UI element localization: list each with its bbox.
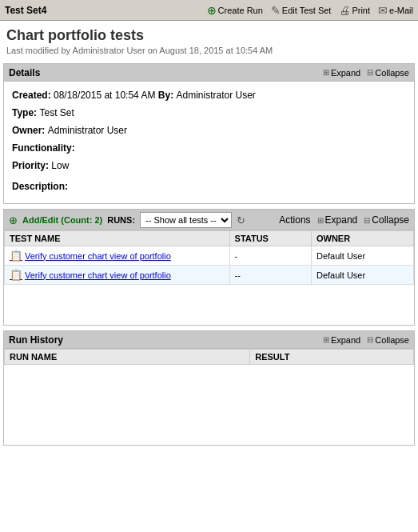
priority-value: Low: [51, 160, 69, 171]
runs-header-left: ⊕ Add/Edit (Count: 2) RUNS: -- Show all …: [9, 212, 274, 228]
top-bar: Test Set4 ⊕ Create Run ✎ Edit Test Set 🖨…: [0, 0, 418, 21]
owner-value: Administrator User: [48, 125, 127, 136]
details-panel-title: Details: [9, 67, 40, 78]
test-file-icon: 📋: [10, 250, 22, 262]
run-history-table: RUN NAME RESULT: [4, 349, 414, 445]
run-history-collapse-icon: ⊟: [367, 335, 373, 344]
col-owner: OWNER: [311, 231, 413, 246]
functionality-label: Functionality:: [12, 142, 75, 154]
owner-cell: Default User: [311, 246, 413, 266]
page-title: Chart portfolio tests: [6, 27, 412, 44]
test-file-icon: 📋: [10, 269, 22, 281]
print-icon: 🖨: [339, 4, 350, 17]
runs-header-right: Actions ⊞ Expand ⊟ Collapse: [279, 214, 409, 226]
run-history-expand-icon: ⊞: [323, 335, 329, 344]
details-collapse-button[interactable]: ⊟ Collapse: [367, 68, 409, 78]
runs-panel-header: ⊕ Add/Edit (Count: 2) RUNS: -- Show all …: [4, 210, 414, 230]
email-button[interactable]: ✉ e-Mail: [378, 4, 413, 17]
status-cell: -: [229, 246, 311, 266]
runs-panel: ⊕ Add/Edit (Count: 2) RUNS: -- Show all …: [3, 209, 415, 326]
description-label: Description:: [12, 181, 68, 192]
runs-label: RUNS:: [107, 215, 135, 225]
tests-table-body: 📋 Verify customer chart view of portfoli…: [5, 246, 414, 285]
add-edit-icon: ⊕: [9, 214, 18, 226]
print-button[interactable]: 🖨 Print: [339, 4, 370, 17]
details-content: Created: 08/18/2015 at 10:54 AM By: Admi…: [4, 82, 414, 203]
email-icon: ✉: [378, 4, 388, 17]
status-cell: --: [229, 266, 311, 285]
collapse-icon: ⊟: [367, 68, 373, 77]
edit-test-set-label: Edit Test Set: [282, 6, 332, 15]
page-title-section: Chart portfolio tests Last modified by A…: [0, 21, 418, 58]
run-history-header-row: RUN NAME RESULT: [5, 350, 414, 365]
type-value: Test Set: [39, 107, 74, 118]
test-name-cell: 📋 Verify customer chart view of portfoli…: [5, 266, 230, 285]
top-bar-actions: ⊕ Create Run ✎ Edit Test Set 🖨 Print ✉ e…: [207, 4, 413, 17]
details-panel-header: Details ⊞ Expand ⊟ Collapse: [4, 64, 414, 82]
type-label: Type:: [12, 107, 39, 118]
functionality-row: Functionality:: [12, 141, 406, 155]
run-history-table-head: RUN NAME RESULT: [5, 350, 414, 365]
description-row: Description:: [12, 179, 406, 194]
priority-label: Priority:: [12, 160, 51, 171]
tests-table-header-row: TEST NAME STATUS OWNER: [5, 231, 414, 246]
run-history-panel-header: Run History ⊞ Expand ⊟ Collapse: [4, 331, 414, 349]
type-row: Type: Test Set: [12, 106, 406, 120]
runs-actions-label: Actions: [279, 214, 310, 226]
runs-expand-icon: ⊞: [317, 216, 324, 225]
table-row: 📋 Verify customer chart view of portfoli…: [5, 266, 414, 285]
by-label: By:: [158, 90, 177, 101]
run-history-empty-row: [5, 365, 414, 445]
print-label: Print: [352, 6, 370, 15]
edit-test-set-button[interactable]: ✎ Edit Test Set: [271, 4, 332, 17]
priority-row: Priority: Low: [12, 158, 406, 173]
table-row: 📋 Verify customer chart view of portfoli…: [5, 246, 414, 266]
col-test-name: TEST NAME: [5, 231, 230, 246]
page-subtitle: Last modified by Administrator User on A…: [6, 46, 412, 55]
tests-table-head: TEST NAME STATUS OWNER: [5, 231, 414, 246]
created-label: Created:: [12, 90, 54, 101]
runs-actions-button[interactable]: Actions: [279, 214, 310, 226]
col-run-name: RUN NAME: [5, 350, 250, 365]
col-result: RESULT: [250, 350, 414, 365]
created-value: 08/18/2015 at 10:54 AM: [54, 90, 155, 101]
add-edit-button[interactable]: Add/Edit (Count: 2): [22, 215, 102, 225]
create-run-icon: ⊕: [207, 4, 217, 17]
expand-icon: ⊞: [323, 68, 329, 77]
top-bar-title: Test Set4: [5, 5, 46, 16]
refresh-icon[interactable]: ↻: [237, 214, 245, 226]
col-status: STATUS: [229, 231, 311, 246]
owner-cell: Default User: [311, 266, 413, 285]
runs-expand-button[interactable]: ⊞ Expand: [317, 214, 358, 226]
create-run-label: Create Run: [218, 6, 263, 15]
owner-row: Owner: Administrator User: [12, 123, 406, 138]
details-expand-button[interactable]: ⊞ Expand: [323, 68, 360, 78]
run-history-header-actions: ⊞ Expand ⊟ Collapse: [323, 335, 409, 345]
created-row: Created: 08/18/2015 at 10:54 AM By: Admi…: [12, 88, 406, 102]
email-label: e-Mail: [389, 6, 413, 15]
run-history-collapse-button[interactable]: ⊟ Collapse: [367, 335, 409, 345]
run-history-panel: Run History ⊞ Expand ⊟ Collapse RUN NAME…: [3, 330, 415, 446]
owner-label: Owner:: [12, 125, 48, 136]
details-panel: Details ⊞ Expand ⊟ Collapse Created: 08/…: [3, 63, 415, 204]
run-history-title: Run History: [9, 334, 63, 346]
test-name-link[interactable]: 📋 Verify customer chart view of portfoli…: [10, 250, 225, 262]
runs-select[interactable]: -- Show all tests --: [140, 212, 232, 228]
runs-collapse-icon: ⊟: [364, 216, 370, 225]
test-name-link[interactable]: 📋 Verify customer chart view of portfoli…: [10, 269, 225, 281]
create-run-button[interactable]: ⊕ Create Run: [207, 4, 263, 17]
run-history-expand-button[interactable]: ⊞ Expand: [323, 335, 360, 345]
tests-table-spacer: [4, 285, 414, 325]
runs-collapse-button[interactable]: ⊟ Collapse: [364, 214, 409, 226]
edit-test-set-icon: ✎: [271, 4, 281, 17]
test-name-cell: 📋 Verify customer chart view of portfoli…: [5, 246, 230, 266]
tests-table: TEST NAME STATUS OWNER 📋 Verify customer…: [4, 230, 414, 285]
details-panel-actions: ⊞ Expand ⊟ Collapse: [323, 68, 409, 78]
by-value: Administrator User: [176, 90, 255, 101]
run-history-table-body: [5, 365, 414, 445]
